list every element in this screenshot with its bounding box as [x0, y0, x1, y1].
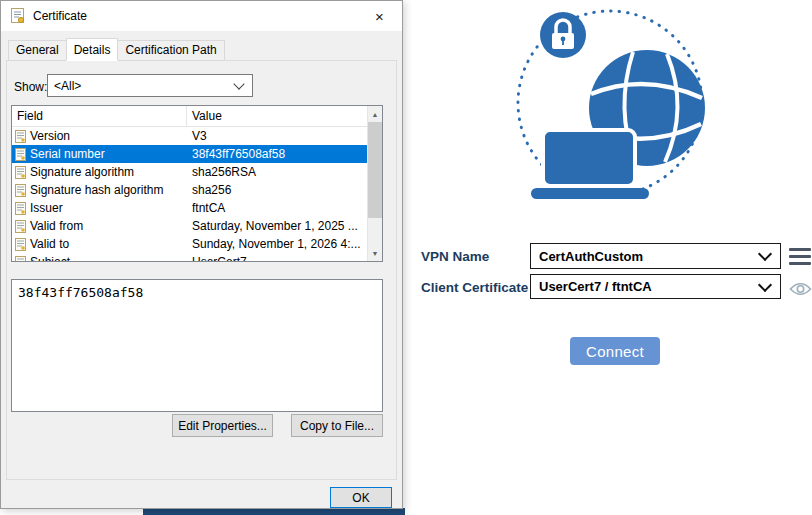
column-header-value[interactable]: Value [187, 109, 367, 123]
laptop-icon [531, 130, 649, 199]
field-value: UserCert7 [187, 255, 367, 261]
field-name: Signature algorithm [30, 165, 134, 179]
table-row[interactable]: Valid to Sunday, November 1, 2026 4:... [12, 235, 367, 253]
tab-details[interactable]: Details [66, 38, 119, 61]
certificate-field-icon [15, 220, 26, 233]
field-name: Issuer [30, 201, 63, 215]
table-row-selected[interactable]: Serial number 38f43ff76508af58 [12, 145, 367, 163]
dialog-titlebar[interactable]: Certificate × [1, 1, 402, 31]
field-name: Serial number [30, 147, 105, 161]
vpn-name-label: VPN Name [421, 249, 489, 264]
certificate-field-icon [15, 166, 26, 179]
certificate-field-icon [15, 184, 26, 197]
chevron-down-icon [758, 247, 772, 261]
field-name: Valid from [30, 219, 83, 233]
dialog-title: Certificate [33, 9, 87, 23]
list-header: Field Value [12, 106, 367, 127]
screenshot-root: Certificate × General Details Certificat… [0, 0, 812, 515]
list-body: Field Value Version V3 Serial number 38f… [12, 106, 367, 261]
field-name: Subject [30, 255, 70, 261]
field-value: Sunday, November 1, 2026 4:... [187, 237, 367, 251]
field-value: sha256 [187, 183, 367, 197]
certificate-icon [10, 8, 26, 24]
chevron-down-icon [758, 277, 772, 291]
table-row[interactable]: Signature algorithm sha256RSA [12, 163, 367, 181]
table-row[interactable]: Signature hash algorithm sha256 [12, 181, 367, 199]
vpn-illustration [487, 2, 757, 214]
field-name: Signature hash algorithm [30, 183, 163, 197]
field-value: V3 [187, 129, 367, 143]
field-value: ftntCA [187, 201, 367, 215]
field-value: 38f43ff76508af58 [187, 147, 367, 161]
show-label: Show: [14, 80, 47, 94]
menu-icon[interactable] [789, 248, 811, 269]
certificate-fields-list: Field Value Version V3 Serial number 38f… [11, 105, 383, 262]
field-name: Version [30, 129, 70, 143]
certificate-field-icon [15, 202, 26, 215]
chevron-down-icon [233, 78, 244, 89]
certificate-field-icon [15, 256, 26, 262]
scrollbar[interactable]: ▲ ▼ [367, 106, 382, 261]
vpn-name-value: CertAuthCustom [539, 249, 643, 264]
tab-certification-path[interactable]: Certification Path [117, 40, 224, 61]
field-name: Valid to [30, 237, 69, 251]
table-row[interactable]: Subject UserCert7 [12, 253, 367, 261]
vpn-name-dropdown[interactable]: CertAuthCustom [530, 243, 781, 269]
background-window-footer [143, 508, 405, 515]
certificate-field-icon [15, 130, 26, 143]
table-row[interactable]: Issuer ftntCA [12, 199, 367, 217]
scrollbar-thumb[interactable] [368, 122, 382, 218]
edit-properties-button[interactable]: Edit Properties... [172, 414, 273, 437]
scroll-up-icon[interactable]: ▲ [368, 106, 382, 122]
close-icon: × [375, 8, 384, 25]
lock-icon [540, 12, 586, 58]
column-header-field[interactable]: Field [12, 106, 187, 126]
scroll-down-icon[interactable]: ▼ [368, 245, 382, 261]
certificate-dialog: Certificate × General Details Certificat… [0, 0, 403, 509]
show-dropdown[interactable]: <All> [47, 74, 253, 97]
tab-general[interactable]: General [8, 40, 67, 61]
table-row[interactable]: Version V3 [12, 127, 367, 145]
close-button[interactable]: × [357, 2, 402, 31]
ok-button[interactable]: OK [330, 487, 392, 508]
client-certificate-value: UserCert7 / ftntCA [539, 279, 652, 294]
eye-icon[interactable] [789, 281, 812, 297]
show-dropdown-value: <All> [54, 79, 81, 93]
table-row[interactable]: Valid from Saturday, November 1, 2025 ..… [12, 217, 367, 235]
detail-text: 38f43ff76508af58 [18, 285, 143, 300]
field-value: sha256RSA [187, 165, 367, 179]
field-value-detail[interactable]: 38f43ff76508af58 [11, 279, 383, 412]
client-certificate-label: Client Certificate [421, 280, 528, 295]
client-certificate-dropdown[interactable]: UserCert7 / ftntCA [530, 274, 781, 299]
tabstrip: General Details Certification Path [8, 40, 225, 61]
copy-to-file-button[interactable]: Copy to File... [291, 414, 383, 437]
certificate-field-icon [15, 148, 26, 161]
field-value: Saturday, November 1, 2025 ... [187, 219, 367, 233]
connect-button[interactable]: Connect [570, 337, 660, 365]
certificate-field-icon [15, 238, 26, 251]
